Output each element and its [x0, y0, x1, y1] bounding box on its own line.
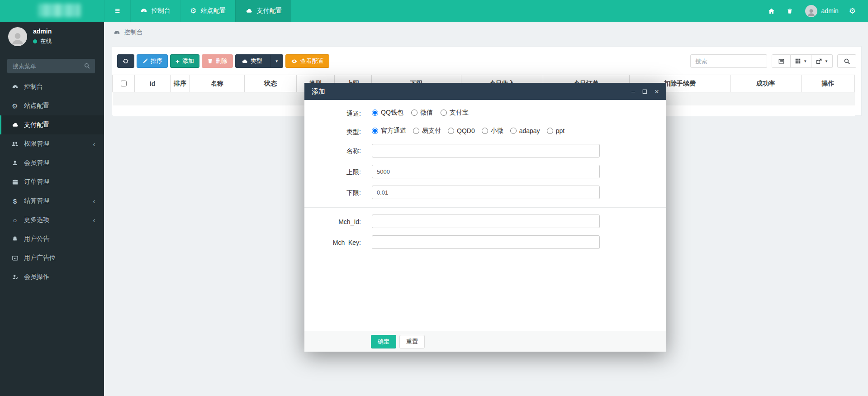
sidebar-item-payment-config[interactable]: 支付配置: [0, 115, 104, 134]
person-icon: [806, 8, 816, 17]
add-dialog-header[interactable]: 添加 – ×: [304, 83, 666, 100]
pencil-icon: [142, 58, 148, 64]
radio-option-ppt[interactable]: ppt: [547, 127, 564, 134]
sidebar-item-settlement[interactable]: $ 结算管理 ‹: [0, 191, 104, 210]
tab-dashboard[interactable]: 控制台: [130, 0, 180, 22]
radio-option-qq-wallet[interactable]: QQ钱包: [372, 109, 403, 117]
table-search-input[interactable]: [690, 54, 767, 68]
sort-button[interactable]: 排序: [137, 54, 168, 68]
sidebar-item-orders[interactable]: 订单管理: [0, 172, 104, 191]
caret-down-icon[interactable]: ▼: [270, 55, 283, 67]
radio-label: 支付宝: [450, 109, 469, 117]
upper-limit-field-label: 上限:: [318, 168, 361, 176]
radio-input[interactable]: [372, 128, 378, 134]
name-input[interactable]: [372, 144, 600, 157]
sidebar-item-label: 用户公告: [24, 235, 49, 243]
radio-option-qqd0[interactable]: QQD0: [448, 127, 475, 134]
sidebar-item-dashboard[interactable]: 控制台: [0, 77, 104, 96]
radio-label: QQ钱包: [381, 109, 403, 117]
radio-label: 小微: [491, 127, 503, 135]
column-header-name: 名称: [190, 75, 245, 92]
users-icon: [11, 140, 19, 148]
radio-option-alipay[interactable]: 支付宝: [441, 109, 469, 117]
add-dialog: 添加 – × 通道: QQ钱包 微信: [304, 83, 666, 352]
caret-down-icon: ▼: [803, 59, 807, 63]
search-submit-button[interactable]: [837, 54, 856, 68]
radio-option-adapay[interactable]: adapay: [510, 127, 540, 134]
sidebar: admin 在线 控制台 ⚙ 站点配置: [0, 22, 104, 396]
sidebar-item-member-actions[interactable]: 会员操作: [0, 267, 104, 286]
trash-button[interactable]: [781, 0, 799, 22]
radio-option-wechat[interactable]: 微信: [411, 109, 433, 117]
mch-key-input[interactable]: [372, 235, 600, 249]
column-header-id: Id: [135, 75, 171, 92]
navbar-username[interactable]: admin: [821, 7, 839, 14]
hamburger-menu-button[interactable]: ≡: [104, 0, 130, 22]
toggle-view-button[interactable]: [772, 54, 791, 68]
columns-dropdown-button[interactable]: ▼: [791, 54, 811, 68]
add-button[interactable]: + 添加: [170, 54, 199, 68]
view-config-button-label: 查看配置: [300, 57, 324, 65]
maximize-icon[interactable]: [642, 87, 647, 96]
close-icon[interactable]: ×: [655, 87, 659, 96]
sidebar-item-label: 控制台: [24, 83, 43, 91]
settings-button[interactable]: ⚙: [843, 0, 862, 22]
select-all-checkbox[interactable]: [121, 81, 127, 86]
radio-input[interactable]: [411, 110, 417, 116]
radio-option-yipay[interactable]: 易支付: [413, 127, 441, 135]
sidebar-item-more-options[interactable]: ○ 更多选项 ‹: [0, 210, 104, 229]
upper-limit-input[interactable]: [372, 165, 600, 178]
sidebar-item-user-ad-slots[interactable]: 用户广告位: [0, 248, 104, 267]
sidebar-search: [7, 59, 95, 73]
view-config-button[interactable]: 查看配置: [285, 54, 329, 68]
radio-option-official-channel[interactable]: 官方通道: [372, 127, 406, 135]
mch-id-input[interactable]: [372, 215, 600, 228]
radio-input[interactable]: [413, 128, 419, 134]
user-edit-icon: [11, 274, 19, 280]
sidebar-item-user-announcements[interactable]: 用户公告: [0, 229, 104, 248]
channel-field-label: 通道:: [318, 110, 361, 117]
add-dialog-title: 添加: [312, 87, 325, 96]
confirm-button[interactable]: 确定: [371, 335, 396, 348]
home-button[interactable]: [762, 0, 781, 22]
briefcase-icon: [11, 179, 19, 186]
radio-input[interactable]: [482, 128, 488, 134]
radio-input[interactable]: [372, 110, 378, 116]
bell-icon: [11, 236, 19, 242]
mch-id-field-label: Mch_Id:: [318, 218, 361, 225]
sidebar-search-input[interactable]: [7, 59, 95, 73]
type-dropdown-button[interactable]: 类型 ▼: [235, 54, 283, 68]
export-icon: [816, 58, 822, 65]
column-header-actions: 操作: [802, 75, 855, 92]
trash-icon: [787, 8, 793, 14]
radio-input[interactable]: [441, 110, 447, 116]
minimize-icon[interactable]: –: [631, 87, 635, 96]
delete-button[interactable]: 删除: [202, 54, 233, 68]
tab-payment-config-label: 支付配置: [256, 7, 282, 15]
sort-button-label: 排序: [151, 57, 162, 65]
tab-payment-config[interactable]: 支付配置: [235, 0, 291, 22]
sidebar-item-site-config[interactable]: ⚙ 站点配置: [0, 96, 104, 115]
tachometer-icon: [11, 84, 19, 91]
radio-input[interactable]: [448, 128, 454, 134]
sidebar-item-label: 用户广告位: [24, 254, 56, 262]
chevron-left-icon: ‹: [93, 197, 95, 205]
sidebar-user-panel: admin 在线: [8, 26, 100, 54]
sidebar-item-permissions[interactable]: 权限管理 ‹: [0, 134, 104, 153]
sidebar-item-label: 站点配置: [24, 102, 49, 110]
reset-button[interactable]: 重置: [399, 335, 425, 348]
radio-input[interactable]: [547, 128, 553, 134]
add-dialog-body: 通道: QQ钱包 微信 支付宝 类型: 官方通道: [304, 100, 666, 331]
chevron-left-icon: ‹: [93, 140, 95, 148]
user-avatar[interactable]: [805, 5, 817, 17]
radio-option-xiaowei[interactable]: 小微: [482, 127, 503, 135]
lower-limit-input[interactable]: [372, 186, 600, 199]
sidebar-user-status: 在线: [33, 38, 52, 45]
sidebar-item-members[interactable]: 会员管理: [0, 153, 104, 172]
search-icon: [844, 58, 850, 65]
radio-input[interactable]: [510, 128, 517, 134]
tab-site-config[interactable]: ⚙ 站点配置: [180, 0, 235, 22]
export-dropdown-button[interactable]: ▼: [811, 54, 833, 68]
refresh-button[interactable]: [117, 54, 134, 68]
online-status-dot: [33, 39, 37, 43]
